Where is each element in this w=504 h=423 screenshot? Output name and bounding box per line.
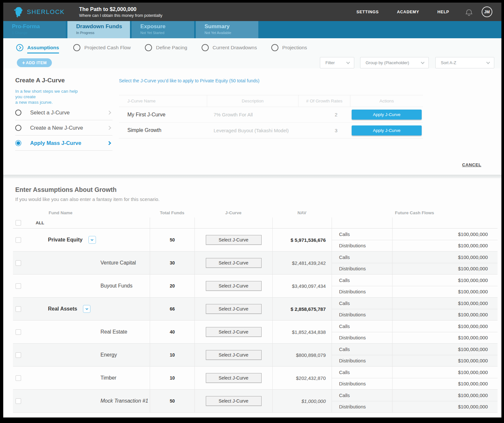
- row-checkbox[interactable]: [16, 237, 21, 243]
- distributions-value: $100,000,000: [393, 309, 498, 321]
- distributions-label: Distributions: [332, 332, 392, 344]
- col-description: Description: [207, 95, 299, 107]
- radio-icon[interactable]: [15, 125, 21, 131]
- option-select-jcurve[interactable]: Select a J-Curve: [15, 105, 112, 120]
- step-projections[interactable]: Projections: [271, 44, 307, 51]
- row-checkbox[interactable]: [16, 283, 21, 289]
- apply-jcurve-button[interactable]: Apply J-Curve: [352, 125, 422, 135]
- calls-label: Calls: [332, 321, 392, 332]
- row-checkbox[interactable]: [16, 352, 21, 358]
- toolbar: + ADD ITEM Filter Group by (Placeholder)…: [3, 53, 501, 68]
- fund-name: Timber: [100, 375, 116, 381]
- nav-help[interactable]: HELP: [437, 10, 449, 14]
- distributions-value: $100,000,000: [393, 401, 498, 413]
- radio-selected-icon[interactable]: [15, 140, 21, 146]
- col-jcurve-name: J-Curve Name: [119, 95, 207, 107]
- row-checkbox[interactable]: [16, 375, 21, 381]
- jcurve-table: J-Curve Name Description # Of Growth Rat…: [119, 95, 423, 138]
- nav-value: $202,432,870: [272, 367, 332, 389]
- nav-value: $3,490,097,434: [272, 275, 332, 297]
- nav-value: $1,852,434,838: [272, 321, 332, 343]
- nav-value: $800,898,079: [272, 344, 332, 366]
- logo[interactable]: SHERLOCK: [13, 6, 71, 18]
- distributions-label: Distributions: [332, 355, 392, 367]
- step-assumptions[interactable]: Assumptions: [16, 44, 59, 51]
- tab-drawdown-funds[interactable]: Drawdown Funds In Progress: [67, 21, 130, 38]
- chevron-down-icon: [85, 307, 88, 310]
- expand-toggle-button[interactable]: [83, 305, 90, 313]
- section-subtitle: If you would like you can also enter a f…: [3, 196, 499, 202]
- col-jcurve: J-Curve: [194, 210, 272, 215]
- step-circle-icon: [202, 44, 209, 51]
- select-all-checkbox[interactable]: [16, 220, 21, 226]
- select-jcurve-button[interactable]: Select J-Curve: [206, 373, 262, 383]
- funds-table: Fund Name Total Funds J-Curve NAV Future…: [13, 208, 498, 413]
- filter-dropdown[interactable]: Filter: [320, 57, 354, 68]
- row-checkbox[interactable]: [16, 306, 21, 312]
- option-create-new-jcurve[interactable]: Create a New J-Curve: [15, 120, 112, 135]
- calls-label: Calls: [332, 344, 392, 355]
- col-total-funds: Total Funds: [150, 210, 194, 215]
- row-checkbox[interactable]: [16, 329, 21, 335]
- total-funds-value: 10: [150, 344, 194, 366]
- option-apply-mass-jcurve[interactable]: Apply Mass J-Curve: [15, 135, 112, 151]
- app-window: SHERLOCK The Path to $2,000,000 Where ca…: [3, 3, 501, 417]
- fund-name: Buyout Funds: [100, 283, 133, 289]
- wizard-stepper: Assumptions Projected Cash Flow Define P…: [3, 38, 501, 53]
- module-tabbar: Pro-Forma 1 Change Drawdown Funds In Pro…: [3, 21, 501, 38]
- fund-row: Mock Transaction #1 50 Select J-Curve $1…: [13, 390, 498, 413]
- fund-row: Energy 10 Select J-Curve $800,898,079 Ca…: [13, 344, 498, 367]
- select-all-row: ALL: [13, 217, 498, 229]
- step-circle-icon: [145, 44, 152, 51]
- select-jcurve-button[interactable]: Select J-Curve: [206, 258, 262, 268]
- jcurve-table-caption: Select the J-Curve you’d like to apply t…: [119, 78, 423, 83]
- select-jcurve-button[interactable]: Select J-Curve: [206, 327, 262, 337]
- radio-icon[interactable]: [15, 110, 21, 116]
- row-checkbox[interactable]: [16, 260, 21, 266]
- distributions-value: $100,000,000: [393, 263, 498, 275]
- select-jcurve-button[interactable]: Select J-Curve: [206, 235, 262, 245]
- distributions-label: Distributions: [332, 401, 392, 413]
- calls-label: Calls: [332, 229, 392, 240]
- distributions-value: $100,000,000: [393, 332, 498, 344]
- tab-status: Not Yet Started: [140, 31, 194, 35]
- select-jcurve-button[interactable]: Select J-Curve: [206, 350, 262, 360]
- user-avatar[interactable]: JM: [482, 6, 492, 17]
- total-funds-value: 10: [150, 367, 194, 389]
- select-jcurve-button[interactable]: Select J-Curve: [206, 304, 262, 314]
- total-funds-value: 50: [150, 390, 194, 412]
- nav-value: $1,000,000: [272, 390, 332, 412]
- cancel-link[interactable]: CANCEL: [462, 162, 481, 167]
- calls-label: Calls: [332, 367, 392, 378]
- nav-settings[interactable]: SETTINGS: [357, 10, 379, 14]
- tab-exposure[interactable]: Exposure Not Yet Started: [132, 21, 194, 38]
- sort-dropdown[interactable]: Sort A-Z: [435, 57, 494, 68]
- fund-name: Venture Capital: [100, 260, 136, 266]
- nav-academy[interactable]: ACADEMY: [397, 10, 419, 14]
- add-item-button[interactable]: + ADD ITEM: [17, 58, 52, 67]
- calls-value: $100,000,000: [393, 275, 498, 286]
- select-jcurve-button[interactable]: Select J-Curve: [206, 396, 262, 406]
- group-by-dropdown[interactable]: Group by (Placeholder): [360, 57, 429, 68]
- step-current-drawdowns[interactable]: Current Drawdowns: [202, 44, 257, 51]
- step-define-pacing[interactable]: Define Pacing: [145, 44, 187, 51]
- expand-toggle-button[interactable]: [88, 236, 96, 244]
- notifications-bell-icon[interactable]: [465, 7, 473, 17]
- tab-status: 1 Change: [12, 31, 66, 35]
- distributions-label: Distributions: [332, 263, 392, 275]
- panel-footer: CANCEL: [3, 151, 501, 175]
- scenario-subtitle: Where can I obtain this money from poten…: [79, 13, 162, 18]
- tab-pro-forma[interactable]: Pro-Forma 1 Change: [3, 21, 66, 38]
- select-jcurve-button[interactable]: Select J-Curve: [206, 281, 262, 291]
- row-checkbox[interactable]: [16, 398, 21, 404]
- fund-row: Timber 10 Select J-Curve $202,432,870 Ca…: [13, 367, 498, 390]
- calls-label: Calls: [332, 390, 392, 401]
- step-projected-cash-flow[interactable]: Projected Cash Flow: [73, 44, 131, 51]
- col-growth-rates: # Of Growth Rates: [299, 95, 350, 107]
- col-nav: NAV: [272, 210, 332, 215]
- apply-jcurve-button[interactable]: Apply J-Curve: [352, 110, 422, 120]
- top-header: SHERLOCK The Path to $2,000,000 Where ca…: [3, 3, 501, 21]
- tab-summary[interactable]: Summary Not Yet Available: [196, 21, 258, 38]
- distributions-label: Distributions: [332, 309, 392, 321]
- panel-description: In a few short steps we can help you cre…: [15, 88, 112, 105]
